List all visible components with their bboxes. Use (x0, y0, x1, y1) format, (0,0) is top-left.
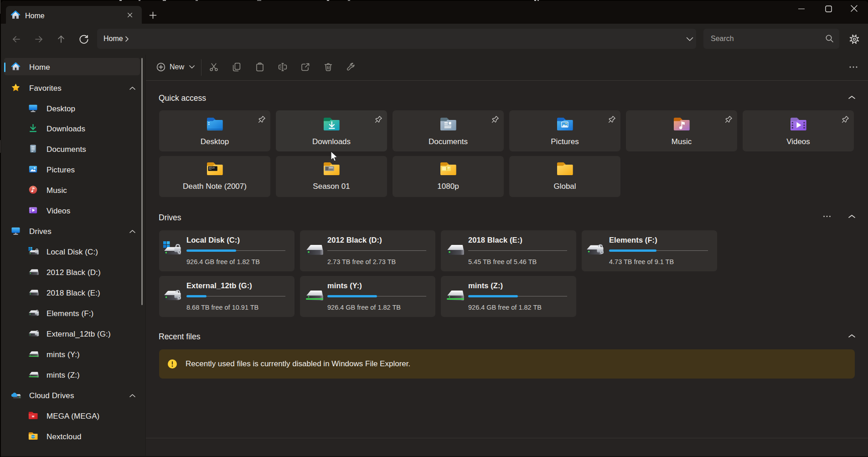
svg-text:M: M (32, 415, 34, 418)
